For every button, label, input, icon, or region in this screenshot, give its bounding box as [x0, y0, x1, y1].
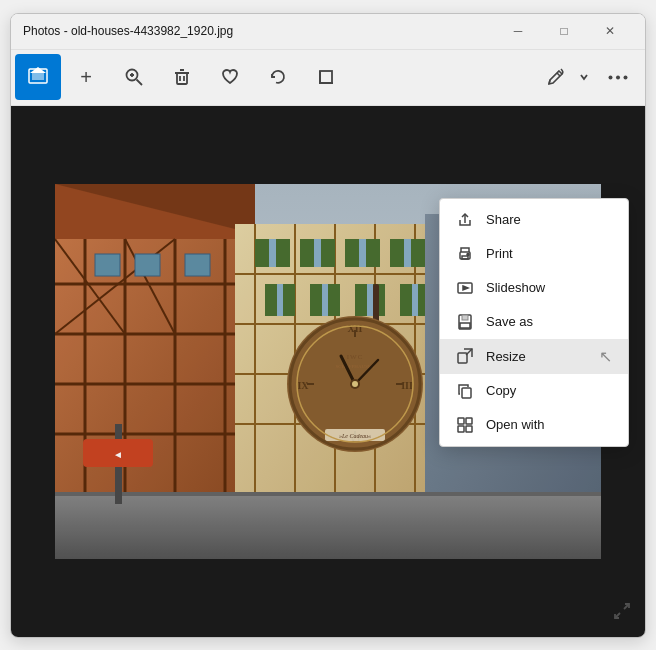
maximize-button[interactable]: □: [541, 13, 587, 49]
saveas-icon: [456, 313, 474, 331]
openwith-icon: [456, 416, 474, 434]
menu-item-saveas-label: Save as: [486, 314, 533, 329]
svg-rect-122: [466, 426, 472, 432]
favorite-button[interactable]: [207, 54, 253, 100]
menu-item-saveas[interactable]: Save as: [440, 305, 628, 339]
toolbar: +: [11, 50, 645, 106]
crop-icon: [316, 67, 336, 87]
edit-main-button[interactable]: [537, 54, 575, 100]
photo-content: XII III VI IX IWC SCHAFFHAUSEN »Le Cadea…: [11, 106, 645, 637]
close-button[interactable]: ✕: [587, 13, 633, 49]
print-icon: [456, 245, 474, 263]
slideshow-icon: [456, 279, 474, 297]
svg-rect-120: [466, 418, 472, 424]
titlebar: Photos - old-houses-4433982_1920.jpg ─ □…: [11, 14, 645, 50]
zoom-icon: [124, 67, 144, 87]
svg-marker-2: [30, 67, 46, 73]
rotate-icon: [268, 67, 288, 87]
menu-item-openwith-label: Open with: [486, 417, 545, 432]
svg-point-19: [624, 75, 628, 79]
expand-button[interactable]: [611, 600, 633, 627]
share-icon: [456, 211, 474, 229]
crop-button[interactable]: [303, 54, 349, 100]
delete-button[interactable]: [159, 54, 205, 100]
menu-item-openwith[interactable]: Open with: [440, 408, 628, 442]
svg-rect-1: [32, 72, 44, 80]
menu-item-share-label: Share: [486, 212, 521, 227]
svg-rect-121: [458, 426, 464, 432]
svg-rect-119: [458, 418, 464, 424]
menu-item-resize-label: Resize: [486, 349, 526, 364]
dropdown-menu: Share Print: [439, 198, 629, 447]
add-icon: +: [80, 66, 92, 89]
svg-rect-7: [177, 73, 187, 84]
more-options-button[interactable]: [595, 54, 641, 100]
svg-marker-112: [463, 286, 468, 290]
svg-point-110: [467, 253, 469, 255]
svg-line-15: [557, 73, 560, 76]
menu-item-print[interactable]: Print: [440, 237, 628, 271]
minimize-button[interactable]: ─: [495, 13, 541, 49]
more-icon: [608, 75, 628, 80]
app-window: Photos - old-houses-4433982_1920.jpg ─ □…: [10, 13, 646, 638]
zoom-button[interactable]: [111, 54, 157, 100]
menu-item-slideshow-label: Slideshow: [486, 280, 545, 295]
delete-icon: [172, 67, 192, 87]
menu-item-slideshow[interactable]: Slideshow: [440, 271, 628, 305]
chevron-down-icon: [579, 72, 589, 82]
window-title: Photos - old-houses-4433982_1920.jpg: [23, 24, 495, 38]
svg-line-4: [137, 80, 143, 86]
svg-rect-114: [462, 315, 468, 320]
menu-item-resize[interactable]: Resize ↖: [440, 339, 628, 374]
edit-arrow-button[interactable]: [575, 54, 593, 100]
expand-icon: [611, 600, 633, 622]
home-button[interactable]: [15, 54, 61, 100]
add-button[interactable]: +: [63, 54, 109, 100]
edit-split-button[interactable]: [537, 54, 593, 100]
titlebar-controls: ─ □ ✕: [495, 13, 633, 49]
menu-item-print-label: Print: [486, 246, 513, 261]
svg-line-16: [549, 80, 550, 84]
svg-line-117: [466, 349, 472, 355]
svg-rect-118: [462, 388, 471, 398]
svg-rect-115: [460, 323, 470, 328]
svg-rect-12: [320, 71, 332, 83]
menu-item-copy[interactable]: Copy: [440, 374, 628, 408]
menu-item-share[interactable]: Share: [440, 203, 628, 237]
cursor-indicator: ↖: [599, 347, 612, 366]
svg-rect-109: [462, 256, 468, 259]
svg-point-17: [609, 75, 613, 79]
copy-icon: [456, 382, 474, 400]
rotate-button[interactable]: [255, 54, 301, 100]
edit-icon: [546, 67, 566, 87]
svg-point-18: [616, 75, 620, 79]
menu-item-copy-label: Copy: [486, 383, 516, 398]
heart-icon: [220, 67, 240, 87]
resize-icon: [456, 347, 474, 365]
